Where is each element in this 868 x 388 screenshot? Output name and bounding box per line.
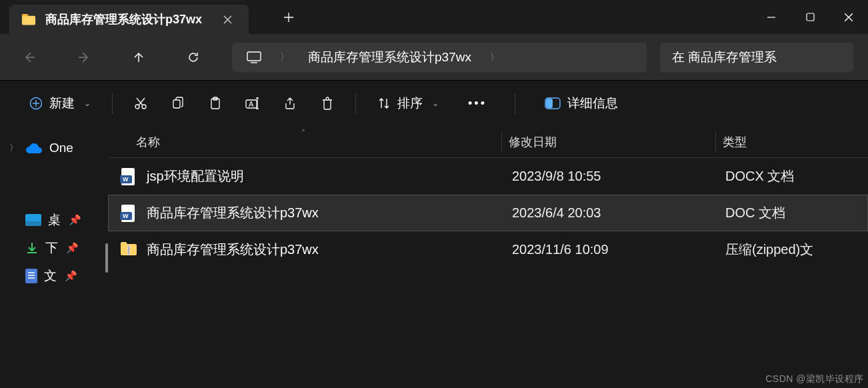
file-name: jsp环境配置说明: [147, 167, 512, 185]
window-controls: [752, 4, 868, 31]
svg-rect-11: [546, 99, 553, 108]
paste-button[interactable]: [199, 89, 231, 118]
svg-rect-0: [807, 13, 814, 21]
separator: [515, 93, 515, 114]
file-icon: W: [120, 168, 137, 185]
title-bar: 商品库存管理系统设计p37wx: [0, 0, 868, 34]
svg-text:A: A: [249, 100, 254, 108]
sort-indicator-icon: ˄: [301, 129, 305, 138]
file-icon: [120, 241, 137, 259]
pc-icon[interactable]: [236, 43, 272, 72]
column-name[interactable]: 名称 ˄: [108, 134, 501, 150]
file-row[interactable]: W商品库存管理系统设计p37wx2023/6/4 20:03DOC 文档: [108, 195, 868, 231]
delete-button[interactable]: [311, 89, 343, 118]
sidebar-item-downloads[interactable]: 下 📌: [0, 234, 108, 262]
watermark: CSDN @梁凯毕设程序: [765, 373, 864, 385]
command-bar: 新建 ⌄ A 排序 ⌄ ••• 详细信息: [0, 80, 868, 126]
sidebar-item-documents[interactable]: 文 📌: [0, 262, 108, 290]
svg-rect-13: [25, 221, 41, 226]
svg-text:W: W: [123, 176, 129, 183]
sidebar-item-onedrive[interactable]: 〉 One: [0, 135, 108, 161]
sidebar-label: 桌: [48, 211, 61, 229]
column-type[interactable]: 类型: [716, 134, 868, 150]
breadcrumb-current[interactable]: 商品库存管理系统设计p37wx: [297, 43, 482, 72]
up-button[interactable]: [124, 43, 153, 72]
svg-text:W: W: [123, 213, 129, 219]
sidebar-label: 文: [44, 267, 57, 285]
pin-icon: 📌: [65, 270, 77, 282]
separator: [355, 93, 356, 114]
document-icon: [25, 269, 37, 283]
cut-button[interactable]: [125, 89, 157, 118]
maximize-button[interactable]: [791, 4, 829, 31]
separator: [112, 93, 113, 114]
file-name: 商品库存管理系统设计p37wx: [147, 241, 512, 259]
onedrive-icon: [25, 142, 43, 154]
download-icon: [25, 241, 39, 255]
file-type: 压缩(zipped)文: [725, 241, 868, 259]
file-date: 2023/11/6 10:09: [512, 242, 725, 257]
file-icon: W: [120, 205, 137, 222]
svg-rect-1: [247, 52, 261, 61]
folder-icon: [21, 13, 36, 25]
file-row[interactable]: Wjsp环境配置说明2023/9/8 10:55DOCX 文档: [108, 158, 868, 195]
tab-title: 商品库存管理系统设计p37wx: [45, 11, 202, 27]
back-button[interactable]: [15, 43, 44, 72]
content-area: 〉 One 桌 📌 下 📌 文 📌 名称 ˄: [0, 126, 868, 388]
chevron-down-icon: ⌄: [84, 99, 91, 108]
new-button[interactable]: 新建 ⌄: [20, 89, 100, 118]
sort-button[interactable]: 排序 ⌄: [368, 89, 448, 118]
nav-bar: 〉 商品库存管理系统设计p37wx 〉 在 商品库存管理系: [0, 34, 868, 80]
sort-label: 排序: [397, 95, 423, 112]
desktop-icon: [25, 214, 41, 226]
nav-sidebar: 〉 One 桌 📌 下 📌 文 📌: [0, 126, 108, 388]
file-date: 2023/9/8 10:55: [512, 169, 725, 184]
chevron-right-icon[interactable]: 〉: [275, 51, 295, 63]
details-label: 详细信息: [567, 95, 618, 112]
file-row[interactable]: 商品库存管理系统设计p37wx2023/11/6 10:09压缩(zipped)…: [108, 231, 868, 268]
share-button[interactable]: [274, 89, 306, 118]
close-tab-button[interactable]: [218, 10, 237, 29]
column-date[interactable]: 修改日期: [502, 134, 715, 150]
forward-button[interactable]: [69, 43, 99, 72]
file-list: 名称 ˄ 修改日期 类型 Wjsp环境配置说明2023/9/8 10:55DOC…: [108, 126, 868, 388]
sidebar-label: One: [49, 141, 73, 155]
file-date: 2023/6/4 20:03: [512, 205, 725, 221]
expand-icon: 〉: [9, 142, 19, 154]
pin-icon: 📌: [66, 242, 79, 254]
window-tab[interactable]: 商品库存管理系统设计p37wx: [9, 5, 249, 34]
details-button[interactable]: 详细信息: [535, 89, 627, 118]
column-headers: 名称 ˄ 修改日期 类型: [108, 126, 868, 158]
minimize-button[interactable]: [752, 4, 791, 31]
file-name: 商品库存管理系统设计p37wx: [147, 204, 512, 222]
close-window-button[interactable]: [829, 4, 868, 31]
file-type: DOC 文档: [725, 204, 868, 222]
sidebar-item-desktop[interactable]: 桌 📌: [0, 206, 108, 234]
refresh-button[interactable]: [179, 43, 208, 72]
file-type: DOCX 文档: [725, 167, 868, 185]
svg-rect-14: [25, 269, 37, 283]
svg-rect-5: [173, 100, 180, 108]
search-input[interactable]: 在 商品库存管理系: [660, 43, 853, 72]
pin-icon: 📌: [69, 214, 81, 226]
new-tab-button[interactable]: [274, 3, 303, 32]
chevron-down-icon: ⌄: [432, 99, 439, 108]
copy-button[interactable]: [162, 89, 194, 118]
rename-button[interactable]: A: [237, 89, 269, 118]
chevron-right-icon[interactable]: 〉: [485, 51, 505, 63]
new-label: 新建: [49, 95, 75, 112]
address-bar[interactable]: 〉 商品库存管理系统设计p37wx 〉: [232, 43, 647, 72]
more-button[interactable]: •••: [461, 89, 493, 118]
sidebar-label: 下: [45, 239, 58, 257]
